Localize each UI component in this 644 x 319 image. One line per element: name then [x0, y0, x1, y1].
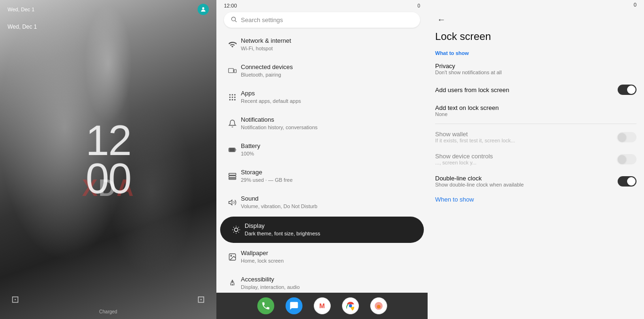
navigation-bar: M: [216, 293, 428, 319]
lock-option-double-clock[interactable]: Double-line clock Show double-line clock…: [428, 170, 644, 192]
add-text-title: Add text on lock screen: [435, 104, 499, 111]
settings-item-text-storage: Storage 29% used · — GB free: [241, 169, 420, 183]
settings-item-text-notifications: Notifications Notification history, conv…: [241, 116, 420, 131]
lock-settings-battery: 0: [634, 2, 636, 8]
svg-point-10: [232, 97, 233, 98]
settings-item-text-accessibility: Accessibility Display, interaction, audi…: [241, 276, 420, 290]
svg-rect-19: [229, 179, 236, 179]
settings-item-notifications[interactable]: Notifications Notification history, conv…: [216, 110, 428, 137]
settings-item-network[interactable]: Network & internet Wi-Fi, hotspot: [216, 31, 428, 58]
svg-point-11: [234, 97, 236, 98]
svg-line-29: [239, 227, 239, 227]
back-button[interactable]: ←: [435, 13, 447, 27]
battery-icon: [224, 141, 241, 158]
nav-chrome-icon[interactable]: [342, 297, 359, 314]
wifi-icon: [224, 36, 241, 53]
double-clock-sub: Show double-line clock when available: [435, 182, 524, 187]
wallet-toggle[interactable]: [618, 132, 636, 142]
settings-time: 12:00: [224, 3, 237, 8]
svg-point-1: [231, 17, 235, 21]
settings-item-apps[interactable]: Apps Recent apps, default apps: [216, 84, 428, 110]
svg-line-25: [239, 232, 239, 233]
add-users-toggle-knob: [627, 86, 636, 94]
nav-gmail-icon[interactable]: M: [314, 297, 331, 314]
nav-photos-icon[interactable]: [370, 297, 387, 314]
svg-point-14: [234, 99, 236, 101]
svg-point-9: [229, 97, 231, 98]
device-controls-toggle-knob: [618, 155, 626, 163]
device-controls-sub: ..., screen lock y...: [435, 160, 493, 165]
settings-item-battery[interactable]: Battery 100%: [216, 137, 428, 163]
search-icon: [231, 16, 237, 24]
device-controls-title: Show device controls: [435, 153, 493, 160]
svg-point-6: [229, 94, 231, 95]
nav-phone-icon[interactable]: [257, 297, 274, 314]
left-clock-container: 12 00: [86, 122, 131, 198]
svg-rect-17: [229, 173, 236, 175]
sound-icon: [224, 194, 241, 211]
lock-option-wallet[interactable]: Show wallet If it exists, first test it,…: [428, 126, 644, 148]
wallet-toggle-knob: [618, 133, 626, 141]
left-status-bar: Wed, Dec 1: [0, 4, 216, 15]
nav-messages-icon[interactable]: [286, 297, 302, 314]
double-clock-toggle-knob: [627, 177, 636, 186]
svg-marker-20: [229, 200, 232, 205]
settings-item-text-battery: Battery 100%: [241, 142, 420, 157]
svg-point-31: [231, 255, 231, 256]
add-users-title: Add users from lock screen: [435, 86, 509, 93]
lock-settings-status-bar: 0: [428, 0, 644, 9]
devices-icon: [224, 62, 241, 79]
settings-status-bar: 12:00 0: [216, 0, 428, 10]
svg-line-28: [233, 232, 234, 233]
privacy-option-sub: Don't show notifications at all: [435, 70, 502, 75]
storage-icon: [224, 168, 241, 185]
settings-item-text-display: Display Dark theme, font size, brightnes…: [245, 222, 416, 237]
add-text-sub: None: [435, 111, 499, 117]
svg-point-13: [232, 99, 233, 101]
when-to-show-link[interactable]: When to show: [428, 192, 644, 207]
lock-icon-left: ⊡: [11, 294, 19, 305]
left-bottom-icons: ⊡ ⊡: [0, 294, 216, 305]
double-clock-title: Double-line clock: [435, 175, 524, 182]
svg-point-12: [229, 99, 231, 101]
svg-line-2: [235, 21, 237, 22]
svg-point-35: [349, 304, 352, 308]
settings-item-display[interactable]: Display Dark theme, font size, brightnes…: [220, 217, 424, 243]
svg-rect-18: [229, 176, 236, 178]
svg-point-8: [234, 94, 236, 95]
lock-screen-title: Lock screen: [435, 31, 636, 43]
display-icon: [228, 221, 245, 238]
device-controls-toggle[interactable]: [618, 154, 636, 164]
svg-line-24: [233, 227, 234, 227]
settings-item-text-apps: Apps Recent apps, default apps: [241, 90, 420, 104]
lock-option-add-text[interactable]: Add text on lock screen None: [428, 100, 644, 122]
double-clock-toggle[interactable]: [618, 176, 636, 187]
svg-rect-16: [230, 149, 235, 151]
settings-search-bar[interactable]: Search settings: [224, 12, 420, 28]
left-lock-date: Wed, Dec 1: [8, 23, 37, 30]
settings-item-connected[interactable]: Connected devices Bluetooth, pairing: [216, 58, 428, 84]
left-clock-time: 12 00: [86, 122, 131, 198]
privacy-option-title: Privacy: [435, 62, 502, 70]
bell-icon: [224, 115, 241, 132]
settings-item-wallpaper[interactable]: Wallpaper Home, lock screen: [216, 244, 428, 270]
what-to-show-section: What to show: [428, 47, 644, 58]
wallet-sub: If it exists, first test it, screen lock…: [435, 138, 515, 143]
settings-panel: 12:00 0 Search settings Network & intern…: [216, 0, 428, 319]
settings-battery: 0: [417, 3, 420, 8]
settings-item-storage[interactable]: Storage 29% used · — GB free: [216, 163, 428, 189]
left-phone-panel: XDA Wed, Dec 1 Wed, Dec 1 12 00 ⊡ ⊡ Char…: [0, 0, 216, 319]
svg-rect-3: [229, 69, 234, 73]
lock-settings-header: ←: [428, 9, 644, 29]
add-users-toggle[interactable]: [618, 85, 636, 95]
lock-option-add-users[interactable]: Add users from lock screen: [428, 80, 644, 100]
camera-icon-left: ⊡: [197, 294, 205, 305]
left-status-icons: [198, 4, 209, 15]
lock-option-device-controls[interactable]: Show device controls ..., screen lock y.…: [428, 148, 644, 170]
settings-item-sound[interactable]: Sound Volume, vibration, Do Not Disturb: [216, 189, 428, 216]
svg-point-32: [232, 280, 233, 281]
settings-list: Network & internet Wi-Fi, hotspot Connec…: [216, 31, 428, 319]
accessibility-icon: [224, 275, 241, 292]
lock-option-privacy[interactable]: Privacy Don't show notifications at all: [428, 58, 644, 80]
wallpaper-icon: [224, 249, 241, 265]
